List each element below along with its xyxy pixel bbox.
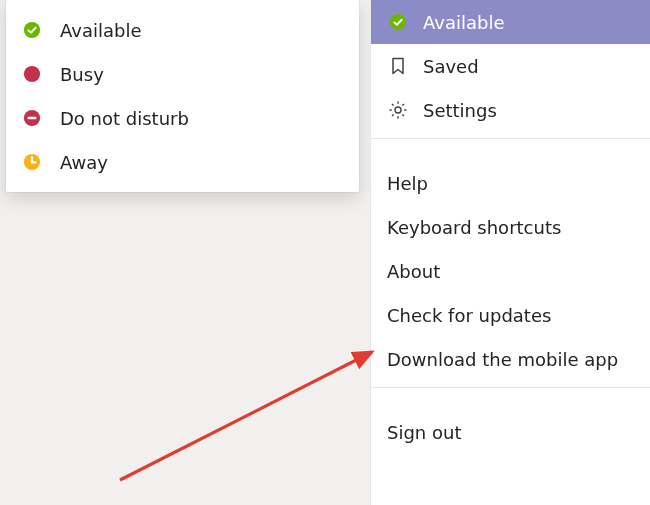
presence-popup: Available Busy Do not disturb Away [6, 0, 359, 192]
menu-item-download-mobile-app[interactable]: Download the mobile app [371, 337, 650, 381]
bookmark-icon [387, 55, 409, 77]
menu-item-label: Help [387, 173, 428, 194]
presence-item-busy[interactable]: Busy [6, 52, 359, 96]
presence-item-available[interactable]: Available [6, 8, 359, 52]
svg-line-7 [120, 352, 372, 480]
presence-away-icon [22, 152, 42, 172]
presence-busy-icon [22, 64, 42, 84]
presence-item-away[interactable]: Away [6, 140, 359, 184]
menu-item-about[interactable]: About [371, 249, 650, 293]
menu-item-label: Check for updates [387, 305, 551, 326]
menu-item-help[interactable]: Help [371, 161, 650, 205]
presence-available-icon [387, 11, 409, 33]
gear-icon [387, 99, 409, 121]
menu-item-label: Sign out [387, 422, 461, 443]
presence-item-label: Do not disturb [60, 108, 189, 129]
menu-item-available[interactable]: Available [371, 0, 650, 44]
presence-dnd-icon [22, 108, 42, 128]
presence-item-label: Busy [60, 64, 104, 85]
menu-item-label: Saved [423, 56, 479, 77]
svg-point-6 [395, 107, 401, 113]
presence-item-label: Available [60, 20, 141, 41]
menu-item-label: Settings [423, 100, 497, 121]
menu-item-keyboard-shortcuts[interactable]: Keyboard shortcuts [371, 205, 650, 249]
menu-item-label: Keyboard shortcuts [387, 217, 561, 238]
svg-point-0 [24, 22, 40, 38]
menu-item-check-for-updates[interactable]: Check for updates [371, 293, 650, 337]
menu-item-settings[interactable]: Settings [371, 88, 650, 132]
menu-item-label: Download the mobile app [387, 349, 618, 370]
menu-item-sign-out[interactable]: Sign out [371, 410, 650, 454]
menu-divider [371, 387, 650, 388]
menu-item-saved[interactable]: Saved [371, 44, 650, 88]
menu-item-label: Available [423, 12, 504, 33]
presence-item-label: Away [60, 152, 108, 173]
menu-divider [371, 138, 650, 139]
presence-item-dnd[interactable]: Do not disturb [6, 96, 359, 140]
svg-rect-3 [28, 117, 37, 120]
svg-point-5 [390, 14, 406, 30]
svg-point-1 [24, 66, 40, 82]
menu-item-label: About [387, 261, 440, 282]
profile-menu: Available Saved Settings Help Keyboard s… [370, 0, 650, 505]
presence-available-icon [22, 20, 42, 40]
